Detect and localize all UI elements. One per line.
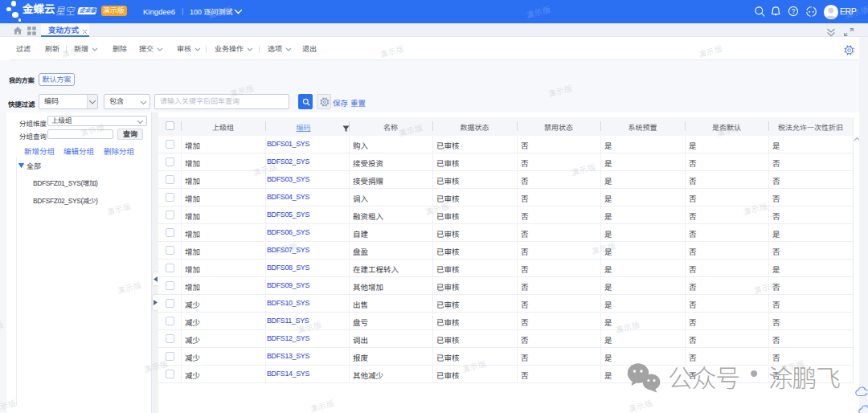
svg-text:?: ? xyxy=(792,7,796,15)
